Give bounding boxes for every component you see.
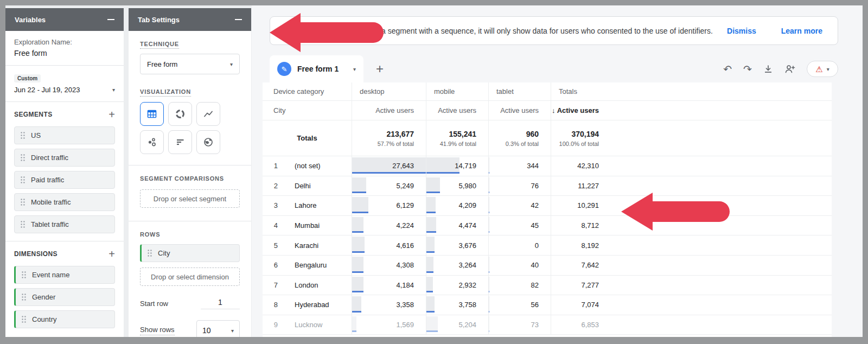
chevron-down-icon: ▾ <box>230 61 233 67</box>
metric-header-mobile[interactable]: Active users <box>426 101 488 120</box>
exploration-name-value[interactable]: Free form <box>14 49 115 58</box>
minimize-icon[interactable] <box>107 19 114 20</box>
dimension-chip[interactable]: Country <box>14 310 115 328</box>
date-custom-badge: Custom <box>14 74 41 82</box>
dimension-chip[interactable]: Event name <box>14 266 115 284</box>
show-rows-select[interactable]: 10 ▾ <box>196 320 240 337</box>
row-rank: 3 <box>263 201 278 209</box>
value-heat-bar <box>426 316 438 333</box>
variables-panel-header: Variables <box>5 8 124 31</box>
viz-scatter-icon[interactable] <box>140 130 164 154</box>
table-row[interactable]: 1(not set)27,64314,71934442,310 <box>263 156 832 176</box>
add-tab-button[interactable]: + <box>370 59 390 79</box>
rows-dimension-slot: City <box>140 244 240 262</box>
chip-label: Gender <box>32 293 55 301</box>
table-row[interactable]: 2Delhi5,2495,9807611,227 <box>263 176 832 196</box>
table-header-row-metric: City Active users Active users Active us… <box>263 101 832 120</box>
show-rows-label: Show rows <box>140 326 175 335</box>
rows-label: ROWS <box>140 231 160 238</box>
column-header-totals: Totals <box>551 82 832 101</box>
mobile-value-cell: 2,932 <box>426 276 488 296</box>
segment-chip[interactable]: Direct traffic <box>14 149 115 167</box>
data-quality-button[interactable]: ⚠ ▾ <box>807 61 838 77</box>
mobile-value-cell: 4,209 <box>426 196 488 216</box>
segment-dropzone[interactable]: Drop or select segment <box>140 189 240 208</box>
table-row[interactable]: 3Lahore6,1294,2094210,291 <box>263 196 832 216</box>
value-heat-bar <box>352 257 363 273</box>
technique-select[interactable]: Free form ▾ <box>140 54 240 74</box>
learn-more-link[interactable]: Learn more <box>781 27 822 35</box>
row-rank: 9 <box>263 321 278 329</box>
city-name: London <box>295 281 318 289</box>
mobile-value-cell: 3,758 <box>426 295 488 315</box>
chip-label: City <box>158 249 170 257</box>
edit-pencil-icon: ✎ <box>277 62 291 76</box>
exploration-tab[interactable]: ✎ Free form 1 ▾ <box>270 55 363 82</box>
viz-table-icon[interactable] <box>140 102 164 126</box>
share-add-user-icon[interactable] <box>784 64 795 74</box>
drag-handle-icon <box>20 220 25 228</box>
tablet-value-cell: 40 <box>488 256 551 276</box>
row-rank: 2 <box>263 182 278 190</box>
totals-desktop: 213,67757.7% of total <box>352 120 426 156</box>
viz-bar-chart-icon[interactable] <box>168 130 192 154</box>
row-rank: 6 <box>263 261 278 269</box>
segment-chip[interactable]: Tablet traffic <box>14 215 115 233</box>
viz-donut-icon[interactable] <box>168 102 192 126</box>
undo-icon[interactable]: ↶ <box>723 64 732 74</box>
desktop-value-cell: 4,308 <box>352 256 426 276</box>
total-value-cell: 7,642 <box>551 256 832 276</box>
metric-header-totals-sorted[interactable]: ↓ Active users <box>551 101 832 120</box>
city-cell: 9Lucknow <box>263 315 352 335</box>
date-range-selector[interactable]: Jun 22 - Jul 19, 2023 ▾ <box>14 86 115 94</box>
segment-comparisons-block: SEGMENT COMPARISONS Drop or select segme… <box>129 165 251 208</box>
viz-geo-map-icon[interactable] <box>196 130 220 154</box>
segment-chip[interactable]: US <box>14 126 115 144</box>
chevron-down-icon[interactable]: ▾ <box>353 66 356 72</box>
table-row[interactable]: 7London4,1842,932827,277 <box>263 276 832 296</box>
city-name: Hyderabad <box>295 301 329 309</box>
city-name: (not set) <box>295 162 321 170</box>
total-value-cell: 10,291 <box>551 196 832 216</box>
value-heat-bar <box>426 237 435 253</box>
add-segment-button[interactable]: + <box>108 109 115 120</box>
tablet-value-cell: 45 <box>488 216 551 236</box>
desktop-value-cell: 4,224 <box>352 216 426 236</box>
mobile-value-cell: 3,676 <box>426 235 488 256</box>
row-rank: 8 <box>263 301 278 309</box>
minimize-icon[interactable] <box>235 19 242 20</box>
start-row-input[interactable]: 1 <box>201 298 240 309</box>
dimension-dropzone[interactable]: Drop or select dimension <box>140 267 240 286</box>
value-heat-bar <box>426 277 433 293</box>
city-name: Lahore <box>295 201 316 209</box>
table-row[interactable]: 9Lucknow1,5695,204736,853 <box>263 315 832 335</box>
segment-chip[interactable]: Paid traffic <box>14 171 115 189</box>
total-value-cell: 11,227 <box>551 176 832 196</box>
add-dimension-button[interactable]: + <box>108 249 115 259</box>
city-cell: 8Hyderabad <box>263 295 352 315</box>
value-heat-bar <box>352 217 363 233</box>
download-icon[interactable] <box>763 64 773 74</box>
table-row[interactable]: 5Karachi4,6163,67608,192 <box>263 235 832 256</box>
metric-header-tablet[interactable]: Active users <box>488 101 551 120</box>
dismiss-button[interactable]: Dismiss <box>727 27 756 35</box>
table-row[interactable]: 8Hyderabad3,3583,758567,074 <box>263 295 832 315</box>
dimensions-section: DIMENSIONS + Event nameGenderCountry <box>5 241 124 336</box>
drag-handle-icon <box>21 293 27 301</box>
date-range-block: Custom Jun 22 - Jul 19, 2023 ▾ <box>5 66 124 101</box>
tab-settings-title: Tab Settings <box>138 16 180 24</box>
totals-label: Totals <box>263 120 352 156</box>
table-row[interactable]: 4Mumbai4,2244,474458,712 <box>263 216 832 236</box>
segment-chip[interactable]: Mobile traffic <box>14 193 115 211</box>
visualization-block: VISUALIZATION <box>129 74 251 154</box>
chip-label: Direct traffic <box>31 154 68 162</box>
rows-dimension-chip[interactable]: City <box>140 244 240 262</box>
row-rank: 5 <box>263 241 278 250</box>
redo-icon[interactable]: ↷ <box>743 64 752 74</box>
table-row[interactable]: 6Bengaluru4,3083,264407,642 <box>263 256 832 276</box>
mobile-value-cell: 5,980 <box>426 176 488 196</box>
drag-handle-icon <box>21 315 27 323</box>
viz-line-chart-icon[interactable] <box>196 102 220 126</box>
dimension-chip[interactable]: Gender <box>14 288 115 306</box>
metric-header-desktop[interactable]: Active users <box>352 101 426 120</box>
